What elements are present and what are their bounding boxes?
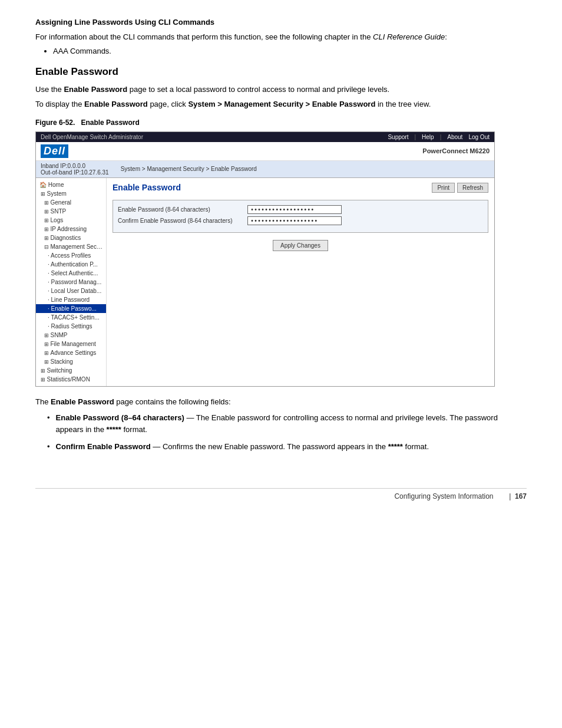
bullet-dot-2: • (47, 441, 50, 453)
header-buttons: Print Refresh (432, 183, 488, 193)
footer-separator: | (505, 492, 515, 500)
enable-password-desc1: Use the Enable Password page to set a lo… (35, 84, 527, 95)
dell-content-area: Enable Password Print Refresh Enable Pas… (107, 178, 494, 386)
sidebar-item-pwd-mgr[interactable]: Password Manag... (36, 278, 106, 286)
bullet-item-enable-pwd: • Enable Password (8–64 characters) — Th… (35, 412, 527, 435)
sidebar-item-mgmt-sec[interactable]: Management Secur... (36, 242, 106, 251)
sidebar-item-home[interactable]: 🏠 Home (36, 180, 106, 189)
dell-topbar: Dell OpenManage Switch Administrator Sup… (36, 132, 494, 142)
sidebar-item-system[interactable]: System (36, 189, 106, 198)
sidebar-item-select-auth[interactable]: Select Authentic... (36, 269, 106, 278)
bullet-section: • Enable Password (8–64 characters) — Th… (35, 412, 527, 453)
sidebar-item-access[interactable]: Access Profiles (36, 251, 106, 260)
apply-changes-button[interactable]: Apply Changes (273, 240, 328, 251)
cli-intro-text: For information about the CLI commands t… (35, 31, 527, 43)
bullet-dot-1: • (47, 412, 50, 435)
sidebar-item-snmp[interactable]: SNMP (36, 331, 106, 340)
cli-bullet-item: AAA Commands. (53, 47, 527, 55)
sidebar-item-radius[interactable]: Radius Settings (36, 322, 106, 331)
content-header: Enable Password Print Refresh (113, 183, 488, 193)
sidebar-item-stats[interactable]: Statistics/RMON (36, 375, 106, 384)
enable-pwd-label: Enable Password (8-64 characters) (118, 206, 247, 213)
bullet-item-confirm-pwd: • Confirm Enable Password — Confirms the… (35, 441, 527, 453)
figure-label: Figure 6-52. Enable Password (35, 118, 527, 127)
sidebar-item-enable-pwd[interactable]: Enable Passwo... (36, 304, 106, 313)
topbar-links: Support | Help | About Log Out (388, 134, 490, 140)
sidebar-item-ip[interactable]: IP Addressing (36, 225, 106, 233)
sidebar-item-logs[interactable]: Logs (36, 216, 106, 225)
sidebar-item-local-user[interactable]: Local User Datab... (36, 286, 106, 295)
bullet-content-1: Enable Password (8–64 characters) — The … (56, 412, 527, 435)
support-link[interactable]: Support (388, 134, 408, 140)
dell-main: 🏠 Home System General SNTP Logs IP Addre… (36, 178, 494, 386)
page-number: 167 (515, 492, 527, 500)
sidebar-item-general[interactable]: General (36, 198, 106, 207)
sidebar-item-sntp[interactable]: SNTP (36, 207, 106, 216)
help-link[interactable]: Help (422, 134, 434, 140)
sidebar-item-tacacs[interactable]: TACACS+ Settin... (36, 313, 106, 322)
app-title: Dell OpenManage Switch Administrator (41, 134, 143, 140)
print-button[interactable]: Print (432, 183, 455, 193)
form-row-confirm-pwd: Confirm Enable Password (8-64 characters… (118, 216, 483, 225)
ip-info: Inband IP:0.0.0.0 Out-of-band IP:10.27.6… (41, 163, 109, 176)
sidebar-item-file-mgmt[interactable]: File Management (36, 340, 106, 348)
sidebar-item-auth-p[interactable]: Authentication P... (36, 260, 106, 269)
dell-ipbar: Inband IP:0.0.0.0 Out-of-band IP:10.27.6… (36, 161, 494, 178)
enable-pwd-input[interactable] (247, 205, 342, 214)
cli-bullet-list: AAA Commands. (53, 47, 527, 55)
enable-password-desc2: To display the Enable Password page, cli… (35, 98, 527, 110)
content-title: Enable Password (113, 183, 181, 192)
sidebar-item-diag[interactable]: Diagnostics (36, 233, 106, 242)
inband-ip: Inband IP:0.0.0.0 (41, 163, 109, 169)
breadcrumb: System > Management Security > Enable Pa… (121, 166, 257, 172)
cli-heading: Assigning Line Passwords Using CLI Comma… (35, 18, 527, 27)
dell-ui-screenshot: Dell OpenManage Switch Administrator Sup… (35, 131, 495, 387)
form-row-enable-pwd: Enable Password (8-64 characters) (118, 205, 483, 214)
logout-link[interactable]: Log Out (468, 134, 490, 140)
cli-ref-italic: CLI Reference Guide (373, 32, 445, 41)
sidebar-item-adv[interactable]: Advance Settings (36, 348, 106, 357)
outband-ip: Out-of-band IP:10.27.6.31 (41, 169, 109, 176)
bottom-intro: The Enable Password page contains the fo… (35, 396, 527, 408)
powerconnect-text: PowerConnect M6220 (422, 147, 490, 154)
dell-logo: Dell (41, 144, 68, 158)
refresh-button[interactable]: Refresh (457, 183, 488, 193)
apply-btn-row: Apply Changes (113, 238, 488, 253)
sidebar-item-switching[interactable]: Switching (36, 366, 106, 375)
confirm-pwd-label: Confirm Enable Password (8-64 characters… (118, 218, 247, 224)
enable-password-heading: Enable Password (35, 66, 527, 78)
bullet-content-2: Confirm Enable Password — Confirms the n… (56, 441, 429, 453)
about-link[interactable]: About (447, 134, 462, 140)
sidebar-item-line-pwd[interactable]: Line Password (36, 295, 106, 304)
page-footer: Configuring System Information | 167 (35, 488, 527, 500)
form-section: Enable Password (8-64 characters) Confir… (113, 200, 488, 233)
dell-logobar: Dell PowerConnect M6220 (36, 142, 494, 161)
sidebar-item-stacking[interactable]: Stacking (36, 357, 106, 366)
footer-text: Configuring System Information (394, 492, 493, 500)
dell-sidebar: 🏠 Home System General SNTP Logs IP Addre… (36, 178, 107, 386)
confirm-pwd-input[interactable] (247, 216, 342, 225)
